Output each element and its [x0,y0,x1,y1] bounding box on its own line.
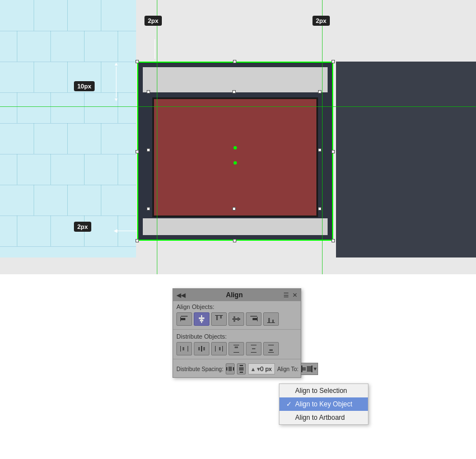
svg-rect-5 [200,320,203,321]
dark-canvas-area [336,62,476,257]
align-left-button[interactable] [176,312,192,326]
align-panel-titlebar: ◀◀ Align ☰ ✕ [173,289,301,301]
svg-rect-17 [272,320,274,322]
inner-handle-tl [147,90,150,93]
selection-handle-br [332,239,335,242]
svg-rect-8 [220,316,222,319]
svg-rect-39 [240,365,243,366]
spacing-input-container: ▲▼ [248,363,275,374]
inner-white-bar-top [143,67,328,92]
dist-bottom-button[interactable] [263,342,279,355]
svg-rect-0 [180,317,181,321]
selection-handle-tr [332,60,335,63]
panel-menu-icon[interactable]: ☰ [283,292,289,299]
svg-rect-16 [268,318,270,322]
svg-rect-31 [251,352,256,353]
selection-handle-bm [233,239,236,242]
distribute-objects-label: Distribute Objects: [173,331,301,341]
canvas: 2px 2px 10px ▲ ▼ 2px ◀ [0,0,476,274]
dim-label-2px-top-left: 2px [144,16,162,26]
inner-brown-content [152,97,318,217]
align-to-label: Align To: [277,366,298,372]
svg-rect-34 [268,352,274,353]
selection-handle-tm [233,60,236,63]
align-to-key-object-option[interactable]: ✓ Align to Key Object [279,397,368,411]
dist-right-button[interactable] [211,342,227,355]
svg-rect-13 [253,318,257,320]
svg-rect-24 [215,346,216,352]
svg-rect-33 [268,345,274,345]
inner-handle-bl [147,207,150,210]
align-to-artboard-label: Align to Artboard [295,414,345,421]
svg-rect-22 [198,347,200,350]
svg-rect-40 [240,372,243,373]
svg-rect-20 [183,347,184,350]
inner-handle-bm [232,207,236,210]
align-to-dropdown-menu: Align to Selection ✓ Align to Key Object… [279,383,368,425]
align-top-button[interactable] [211,312,227,326]
svg-rect-10 [234,316,235,322]
align-to-key-object-label: Align to Key Object [295,400,352,408]
spacing-horizontal-button[interactable] [226,363,235,374]
selection-handle-mr [332,150,335,153]
titlebar-right-controls: ☰ ✕ [283,292,297,299]
svg-rect-1 [181,318,185,320]
panel-close-icon[interactable]: ✕ [292,292,297,299]
svg-rect-25 [222,346,223,352]
distribute-objects-buttons [173,341,301,358]
align-objects-label: Align Objects: [173,301,301,311]
svg-rect-4 [199,317,204,319]
artboard-check [286,414,293,421]
svg-rect-41 [239,367,244,371]
dim-arrow-10px: ▲ ▼ [114,62,119,102]
distribute-spacing-label: Distribute Spacing: [176,366,223,372]
align-middle-v-button[interactable] [228,312,244,326]
svg-rect-26 [219,347,221,350]
align-bottom-button[interactable] [263,312,279,326]
align-to-artboard-option[interactable]: Align to Artboard [279,411,368,424]
svg-rect-42 [302,367,306,371]
divider-1 [173,329,301,330]
inner-handle-br [318,207,321,210]
align-center-h-button[interactable] [194,312,209,326]
spacing-stepper-icon: ▲▼ [250,366,262,372]
selection-handle-ml [136,150,139,153]
align-to-dropdown[interactable]: ▼ [301,363,318,375]
align-to-selection-option[interactable]: Align to Selection [279,384,368,397]
bottom-options-row: Distribute Spacing: ▲▼ Align To: ▼ [173,360,301,377]
titlebar-left-controls: ◀◀ [176,292,185,299]
selection-handle-tl [136,60,139,63]
svg-rect-18 [180,346,181,352]
inner-handle-tr [318,90,321,93]
spacing-vertical-button[interactable] [237,363,246,374]
svg-rect-27 [234,345,239,345]
svg-rect-7 [216,316,218,320]
dist-center-h-button[interactable] [194,342,209,355]
svg-rect-28 [234,352,239,353]
key-object-check: ✓ [286,400,293,408]
inner-white-bar-bottom [143,218,328,235]
inner-handle-tm [232,90,236,93]
dim-label-10px: 10px [74,81,95,91]
svg-rect-14 [250,316,257,317]
selected-object-outer [137,62,333,241]
selection-check [286,387,293,395]
svg-rect-35 [269,349,273,351]
align-panel: ◀◀ Align ☰ ✕ Align Objects: [172,288,301,378]
dist-middle-v-button[interactable] [246,342,262,355]
guide-horizontal-1 [0,106,476,107]
dim-label-2px-top-right: 2px [312,16,330,26]
dist-top-button[interactable] [228,342,244,355]
svg-rect-23 [203,347,205,350]
svg-rect-11 [237,317,239,321]
svg-rect-2 [181,316,188,317]
svg-rect-29 [235,346,238,348]
svg-rect-36 [226,367,227,371]
dropdown-chevron: ▼ [312,366,318,372]
tile-background [0,0,136,257]
svg-rect-38 [228,367,232,371]
svg-rect-6 [215,315,223,316]
align-right-button[interactable] [246,312,262,326]
collapse-icon[interactable]: ◀◀ [176,292,185,299]
dist-left-button[interactable] [176,342,192,355]
